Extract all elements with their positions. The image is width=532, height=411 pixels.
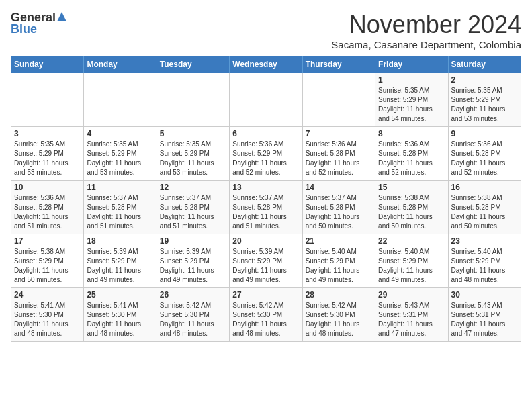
day-number: 19 bbox=[160, 236, 226, 246]
day-info: Sunrise: 5:40 AM Sunset: 5:29 PM Dayligh… bbox=[378, 248, 433, 283]
day-info: Sunrise: 5:41 AM Sunset: 5:30 PM Dayligh… bbox=[14, 302, 69, 337]
week-row-3: 10Sunrise: 5:36 AM Sunset: 5:28 PM Dayli… bbox=[11, 181, 521, 234]
day-number: 15 bbox=[378, 183, 445, 192]
day-number: 7 bbox=[306, 129, 372, 138]
day-number: 27 bbox=[232, 290, 299, 300]
day-number: 4 bbox=[87, 129, 153, 138]
day-info: Sunrise: 5:36 AM Sunset: 5:28 PM Dayligh… bbox=[306, 140, 360, 176]
calendar-cell: 24Sunrise: 5:41 AM Sunset: 5:30 PM Dayli… bbox=[11, 288, 84, 342]
day-info: Sunrise: 5:39 AM Sunset: 5:29 PM Dayligh… bbox=[160, 248, 214, 283]
logo-blue-text: Blue bbox=[11, 22, 37, 36]
calendar-cell: 28Sunrise: 5:42 AM Sunset: 5:30 PM Dayli… bbox=[302, 288, 375, 342]
calendar-cell: 30Sunrise: 5:43 AM Sunset: 5:31 PM Dayli… bbox=[448, 288, 521, 342]
calendar-table: SundayMondayTuesdayWednesdayThursdayFrid… bbox=[11, 56, 521, 342]
day-number: 26 bbox=[160, 290, 226, 300]
day-info: Sunrise: 5:36 AM Sunset: 5:28 PM Dayligh… bbox=[14, 194, 69, 230]
day-info: Sunrise: 5:35 AM Sunset: 5:29 PM Dayligh… bbox=[160, 140, 214, 176]
day-number: 29 bbox=[378, 290, 445, 300]
header-row: SundayMondayTuesdayWednesdayThursdayFrid… bbox=[11, 56, 521, 73]
calendar-cell: 16Sunrise: 5:38 AM Sunset: 5:28 PM Dayli… bbox=[448, 181, 521, 234]
day-number: 21 bbox=[306, 236, 372, 246]
day-number: 22 bbox=[378, 236, 445, 246]
col-header-friday: Friday bbox=[375, 56, 448, 73]
calendar-cell: 19Sunrise: 5:39 AM Sunset: 5:29 PM Dayli… bbox=[157, 234, 229, 288]
day-info: Sunrise: 5:36 AM Sunset: 5:29 PM Dayligh… bbox=[232, 140, 287, 176]
calendar-cell: 11Sunrise: 5:37 AM Sunset: 5:28 PM Dayli… bbox=[84, 181, 157, 234]
calendar-cell: 21Sunrise: 5:40 AM Sunset: 5:29 PM Dayli… bbox=[302, 234, 375, 288]
logo-icon bbox=[57, 12, 66, 24]
calendar-cell: 25Sunrise: 5:41 AM Sunset: 5:30 PM Dayli… bbox=[84, 288, 157, 342]
week-row-4: 17Sunrise: 5:38 AM Sunset: 5:29 PM Dayli… bbox=[11, 234, 521, 288]
day-number: 17 bbox=[14, 236, 81, 246]
day-info: Sunrise: 5:42 AM Sunset: 5:30 PM Dayligh… bbox=[160, 302, 214, 337]
col-header-wednesday: Wednesday bbox=[230, 56, 302, 73]
calendar-cell: 10Sunrise: 5:36 AM Sunset: 5:28 PM Dayli… bbox=[11, 181, 84, 234]
calendar-cell: 22Sunrise: 5:40 AM Sunset: 5:29 PM Dayli… bbox=[375, 234, 448, 288]
month-year: November 2024 bbox=[331, 11, 521, 39]
calendar-cell: 12Sunrise: 5:37 AM Sunset: 5:28 PM Dayli… bbox=[157, 181, 229, 234]
day-info: Sunrise: 5:37 AM Sunset: 5:28 PM Dayligh… bbox=[306, 194, 360, 230]
day-number: 11 bbox=[87, 183, 153, 192]
day-info: Sunrise: 5:41 AM Sunset: 5:30 PM Dayligh… bbox=[87, 302, 141, 337]
day-info: Sunrise: 5:38 AM Sunset: 5:28 PM Dayligh… bbox=[451, 194, 506, 230]
day-number: 30 bbox=[451, 290, 518, 300]
day-number: 12 bbox=[160, 183, 226, 192]
page-header: General Blue November 2024 Sacama, Casan… bbox=[11, 11, 521, 50]
week-row-5: 24Sunrise: 5:41 AM Sunset: 5:30 PM Dayli… bbox=[11, 288, 521, 342]
day-info: Sunrise: 5:36 AM Sunset: 5:28 PM Dayligh… bbox=[451, 140, 506, 176]
calendar-cell: 3Sunrise: 5:35 AM Sunset: 5:29 PM Daylig… bbox=[11, 127, 84, 181]
day-number: 18 bbox=[87, 236, 153, 246]
day-info: Sunrise: 5:37 AM Sunset: 5:28 PM Dayligh… bbox=[160, 194, 214, 230]
day-info: Sunrise: 5:35 AM Sunset: 5:29 PM Dayligh… bbox=[14, 140, 69, 176]
day-number: 23 bbox=[451, 236, 518, 246]
calendar-cell: 2Sunrise: 5:35 AM Sunset: 5:29 PM Daylig… bbox=[448, 73, 521, 127]
calendar-cell: 8Sunrise: 5:36 AM Sunset: 5:28 PM Daylig… bbox=[375, 127, 448, 181]
calendar-cell: 29Sunrise: 5:43 AM Sunset: 5:31 PM Dayli… bbox=[375, 288, 448, 342]
day-number: 8 bbox=[378, 129, 445, 138]
calendar-cell: 26Sunrise: 5:42 AM Sunset: 5:30 PM Dayli… bbox=[157, 288, 229, 342]
day-info: Sunrise: 5:35 AM Sunset: 5:29 PM Dayligh… bbox=[378, 87, 433, 122]
day-info: Sunrise: 5:39 AM Sunset: 5:29 PM Dayligh… bbox=[232, 248, 287, 283]
day-number: 16 bbox=[451, 183, 518, 192]
day-number: 5 bbox=[160, 129, 226, 138]
week-row-1: 1Sunrise: 5:35 AM Sunset: 5:29 PM Daylig… bbox=[11, 73, 521, 127]
col-header-thursday: Thursday bbox=[302, 56, 375, 73]
calendar-cell bbox=[230, 73, 302, 127]
day-number: 10 bbox=[14, 183, 81, 192]
day-number: 9 bbox=[451, 129, 518, 138]
calendar-cell bbox=[302, 73, 375, 127]
week-row-2: 3Sunrise: 5:35 AM Sunset: 5:29 PM Daylig… bbox=[11, 127, 521, 181]
calendar-cell: 4Sunrise: 5:35 AM Sunset: 5:29 PM Daylig… bbox=[84, 127, 157, 181]
col-header-monday: Monday bbox=[84, 56, 157, 73]
logo: General Blue bbox=[11, 11, 66, 36]
day-number: 2 bbox=[451, 75, 518, 85]
calendar-cell: 14Sunrise: 5:37 AM Sunset: 5:28 PM Dayli… bbox=[302, 181, 375, 234]
calendar-cell: 7Sunrise: 5:36 AM Sunset: 5:28 PM Daylig… bbox=[302, 127, 375, 181]
calendar-cell: 27Sunrise: 5:42 AM Sunset: 5:30 PM Dayli… bbox=[230, 288, 302, 342]
day-info: Sunrise: 5:42 AM Sunset: 5:30 PM Dayligh… bbox=[306, 302, 360, 337]
day-number: 28 bbox=[306, 290, 372, 300]
day-number: 24 bbox=[14, 290, 81, 300]
day-info: Sunrise: 5:39 AM Sunset: 5:29 PM Dayligh… bbox=[87, 248, 141, 283]
day-number: 14 bbox=[306, 183, 372, 192]
calendar-cell: 5Sunrise: 5:35 AM Sunset: 5:29 PM Daylig… bbox=[157, 127, 229, 181]
calendar-cell bbox=[11, 73, 84, 127]
day-number: 13 bbox=[232, 183, 299, 192]
day-info: Sunrise: 5:43 AM Sunset: 5:31 PM Dayligh… bbox=[378, 302, 433, 337]
day-info: Sunrise: 5:36 AM Sunset: 5:28 PM Dayligh… bbox=[378, 140, 433, 176]
day-info: Sunrise: 5:37 AM Sunset: 5:28 PM Dayligh… bbox=[232, 194, 287, 230]
calendar-cell: 20Sunrise: 5:39 AM Sunset: 5:29 PM Dayli… bbox=[230, 234, 302, 288]
day-info: Sunrise: 5:38 AM Sunset: 5:28 PM Dayligh… bbox=[378, 194, 433, 230]
col-header-saturday: Saturday bbox=[448, 56, 521, 73]
calendar-cell: 18Sunrise: 5:39 AM Sunset: 5:29 PM Dayli… bbox=[84, 234, 157, 288]
day-number: 20 bbox=[232, 236, 299, 246]
day-info: Sunrise: 5:35 AM Sunset: 5:29 PM Dayligh… bbox=[87, 140, 141, 176]
calendar-cell: 6Sunrise: 5:36 AM Sunset: 5:29 PM Daylig… bbox=[230, 127, 302, 181]
day-info: Sunrise: 5:42 AM Sunset: 5:30 PM Dayligh… bbox=[232, 302, 287, 337]
calendar-cell: 23Sunrise: 5:40 AM Sunset: 5:29 PM Dayli… bbox=[448, 234, 521, 288]
calendar-cell: 15Sunrise: 5:38 AM Sunset: 5:28 PM Dayli… bbox=[375, 181, 448, 234]
day-number: 1 bbox=[378, 75, 445, 85]
location: Sacama, Casanare Department, Colombia bbox=[331, 39, 521, 50]
day-info: Sunrise: 5:40 AM Sunset: 5:29 PM Dayligh… bbox=[306, 248, 360, 283]
calendar-cell: 17Sunrise: 5:38 AM Sunset: 5:29 PM Dayli… bbox=[11, 234, 84, 288]
